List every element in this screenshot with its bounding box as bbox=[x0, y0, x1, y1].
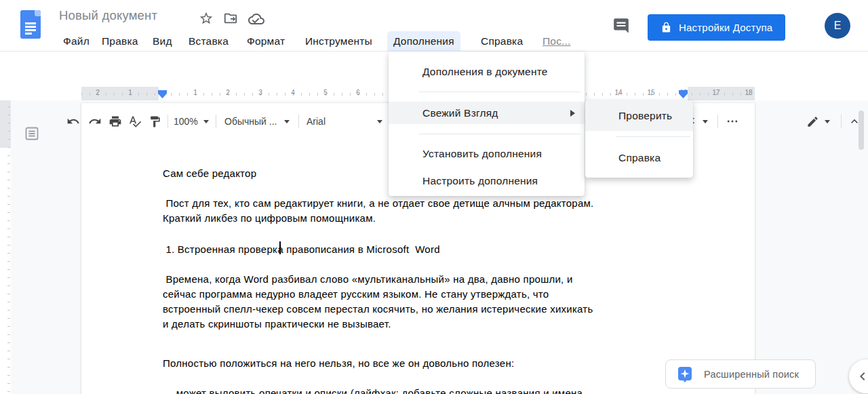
chevron-down-icon bbox=[377, 120, 382, 123]
explore-button[interactable]: Расширенный поиск bbox=[665, 359, 816, 389]
cloud-saved-icon[interactable] bbox=[248, 11, 264, 27]
move-to-folder-icon[interactable] bbox=[223, 11, 239, 27]
doc-line: сейчас программа недурно владеет русским… bbox=[163, 287, 675, 302]
menu-item-label: Справка bbox=[618, 152, 660, 164]
menu-item-manage-addons[interactable]: Настроить дополнения bbox=[389, 170, 585, 192]
ruler-number: 14 bbox=[614, 89, 622, 96]
paragraph-style-select[interactable]: Обычный ... bbox=[224, 112, 290, 131]
menu-item-last-edit[interactable]: Пос... bbox=[536, 31, 577, 51]
addons-menu: Дополнения в документе Свежий Взгляд Уст… bbox=[389, 52, 585, 196]
explore-button-label: Расширенный поиск bbox=[704, 369, 799, 380]
doc-line: — может выловить опечатки и описки (лайф… bbox=[163, 386, 675, 394]
share-button-label: Настройки Доступа bbox=[679, 22, 772, 33]
docs-logo-icon[interactable] bbox=[20, 10, 41, 39]
menu-item-label: Установить дополнения bbox=[422, 148, 542, 160]
undo-button[interactable] bbox=[64, 112, 83, 131]
doc-paragraph: 1. Встроенная проверка правописания в Mi… bbox=[163, 242, 675, 257]
menu-item-edit[interactable]: Правка bbox=[96, 31, 144, 51]
google-docs-app: Новый документ Файл Правка Вид Вставка Ф… bbox=[0, 0, 868, 394]
toolbar-separator bbox=[167, 115, 168, 128]
avatar[interactable]: E bbox=[825, 13, 850, 39]
menu-item-format[interactable]: Формат bbox=[241, 31, 291, 51]
collapse-toolbar-button[interactable] bbox=[845, 112, 864, 131]
submenu-item-help[interactable]: Справка bbox=[585, 142, 693, 173]
menu-item-label: Проверить bbox=[618, 110, 672, 122]
menu-item-install-addons[interactable]: Установить дополнения bbox=[389, 142, 585, 165]
ruler-number: 15 bbox=[647, 89, 654, 96]
align-caret-icon[interactable] bbox=[703, 120, 708, 123]
document-title[interactable]: Новый документ bbox=[59, 8, 157, 23]
docs-logo-fold bbox=[35, 10, 41, 16]
avatar-letter: E bbox=[834, 20, 842, 32]
doc-line: Полностью положиться на него нельзя, но … bbox=[163, 356, 675, 371]
zoom-value: 100% bbox=[174, 116, 198, 127]
ruler-number: 17 bbox=[712, 89, 719, 96]
menu-item-help[interactable]: Справка bbox=[475, 31, 529, 51]
menu-item-label: Настроить дополнения bbox=[422, 175, 538, 187]
show-outline-button[interactable] bbox=[23, 125, 41, 142]
menu-separator bbox=[419, 92, 580, 92]
menu-item-insert[interactable]: Вставка bbox=[182, 31, 235, 51]
editing-mode-button[interactable] bbox=[803, 112, 822, 131]
outline-icon bbox=[24, 125, 40, 142]
doc-line: и делать скриншоты практически не вызыва… bbox=[163, 317, 675, 332]
vertical-ruler[interactable] bbox=[0, 100, 11, 394]
paint-format-button[interactable] bbox=[145, 112, 164, 131]
doc-paragraph: Пост для тех, кто сам редактирует книги,… bbox=[163, 196, 675, 226]
toolbar-separator bbox=[841, 115, 842, 128]
toolbar-separator bbox=[717, 115, 718, 128]
ruler-number: 2 bbox=[96, 89, 100, 96]
open-comments-icon[interactable] bbox=[612, 17, 630, 37]
doc-line: 1. Встроенная проверка правописания в Mi… bbox=[163, 242, 675, 257]
freshview-submenu: Проверить Справка bbox=[585, 100, 693, 178]
menu-item-addons-in-doc[interactable]: Дополнения в документе bbox=[389, 60, 585, 83]
doc-paragraph: — может выловить опечатки и описки (лайф… bbox=[163, 386, 675, 394]
submenu-arrow-icon bbox=[570, 110, 575, 117]
menu-item-label: Свежий Взгляд bbox=[422, 107, 498, 119]
lock-icon bbox=[660, 22, 672, 33]
chevron-down-icon bbox=[203, 120, 209, 123]
ruler-number: 4 bbox=[291, 89, 295, 96]
font-select[interactable]: Arial bbox=[307, 112, 382, 131]
ruler-number: 5 bbox=[323, 89, 328, 96]
chevron-down-icon bbox=[284, 120, 290, 123]
ruler-number: 1 bbox=[128, 89, 132, 96]
toolbar-separator bbox=[298, 115, 299, 128]
print-button[interactable] bbox=[106, 112, 125, 131]
doc-line: встроенный спелл-чекер совсем перестал к… bbox=[163, 302, 675, 317]
header: Новый документ Файл Правка Вид Вставка Ф… bbox=[0, 0, 868, 52]
text-cursor bbox=[279, 241, 281, 254]
ruler-number: 1 bbox=[193, 89, 197, 96]
style-value: Обычный ... bbox=[224, 116, 277, 127]
ruler-number: 3 bbox=[258, 89, 262, 96]
ruler-ticks bbox=[7, 106, 10, 394]
redo-button[interactable] bbox=[85, 112, 104, 131]
ruler-number: 18 bbox=[745, 89, 752, 96]
zoom-select[interactable]: 100% bbox=[174, 112, 209, 131]
menu-item-file[interactable]: Файл bbox=[57, 31, 96, 51]
spell-check-button[interactable] bbox=[125, 112, 144, 131]
doc-paragraph: Времена, когда Word разбивал слово «муль… bbox=[163, 272, 675, 332]
menu-separator bbox=[419, 134, 580, 134]
menu-item-label: Дополнения в документе bbox=[422, 66, 548, 78]
chevron-left-icon bbox=[854, 368, 868, 385]
doc-line: Краткий ликбез по цифровым помощникам. bbox=[163, 211, 675, 226]
font-value: Arial bbox=[307, 116, 326, 127]
more-options-button[interactable] bbox=[723, 112, 742, 131]
menu-item-fresh-view[interactable]: Свежий Взгляд bbox=[389, 102, 585, 124]
doc-line: Пост для тех, кто сам редактирует книги,… bbox=[163, 196, 675, 211]
submenu-item-check[interactable]: Проверить bbox=[585, 100, 693, 131]
explore-sparkle-icon bbox=[677, 366, 692, 382]
menu-item-view[interactable]: Вид bbox=[146, 31, 178, 51]
doc-paragraph: Полностью положиться на него нельзя, но … bbox=[163, 356, 675, 371]
share-button[interactable]: Настройки Доступа bbox=[648, 14, 785, 41]
star-icon[interactable] bbox=[199, 11, 215, 27]
menu-separator bbox=[616, 136, 690, 137]
doc-line: Времена, когда Word разбивал слово «муль… bbox=[163, 272, 675, 287]
ruler-number: 2 bbox=[226, 89, 230, 96]
menu-item-tools[interactable]: Инструменты bbox=[299, 31, 378, 51]
toolbar-separator bbox=[216, 115, 216, 128]
editing-mode-caret-icon[interactable] bbox=[825, 120, 830, 123]
ruler-number: 6 bbox=[356, 89, 360, 96]
menu-item-addons[interactable]: Дополнения bbox=[387, 31, 460, 51]
